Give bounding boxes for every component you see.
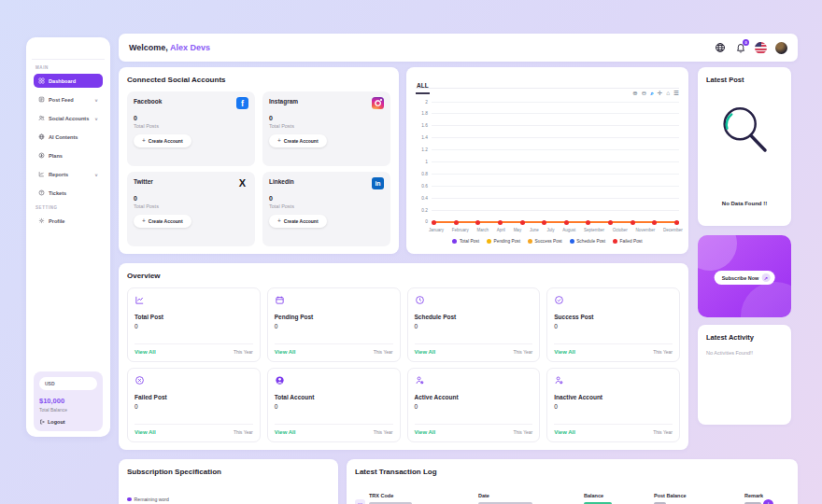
social-post-label: Total Posts	[134, 203, 248, 209]
sidebar-item-reports[interactable]: Reports ∨	[34, 167, 103, 181]
transaction-detail-button[interactable]: +	[763, 499, 773, 504]
legend-item[interactable]: Failed Post	[613, 239, 643, 244]
social-accounts-icon	[38, 115, 45, 121]
sidebar-item-profile[interactable]: Profile	[34, 214, 103, 228]
latest-activity-panel: Latest Activity No Activities Found!!	[698, 325, 791, 425]
stat-value: 0	[554, 403, 673, 410]
sidebar-item-dashboard[interactable]: Dashboard	[34, 74, 103, 88]
logout-label: Logout	[48, 419, 65, 425]
transaction-row-icon: ▤	[355, 499, 365, 504]
stat-card-total-account: Total Account 0 View AllThis Year	[267, 368, 401, 442]
view-all-link[interactable]: View All	[275, 349, 296, 355]
legend-label: Total Post	[460, 239, 479, 244]
social-card-instagram: Instagram 0 Total Posts + Create Account	[262, 91, 390, 166]
view-all-link[interactable]: View All	[554, 429, 575, 435]
tab-all[interactable]: ALL	[416, 82, 430, 94]
stat-value: 0	[415, 323, 533, 329]
reports-icon	[38, 171, 45, 177]
sidebar-item-label: AI Contents	[49, 134, 78, 140]
welcome-prefix: Welcome,	[129, 43, 168, 52]
user-circle-icon	[275, 375, 285, 385]
view-all-link[interactable]: View All	[554, 349, 575, 355]
create-account-button[interactable]: + Create Account	[269, 215, 327, 228]
menu-icon[interactable]: ☰	[673, 91, 679, 97]
zoom-in-icon[interactable]: ⊕	[632, 91, 637, 97]
subscription-specification-panel: Subscription Specification Remaining wor…	[119, 459, 338, 504]
legend-dot	[613, 239, 617, 244]
user-avatar[interactable]	[775, 42, 787, 54]
x-tick-label: February	[452, 228, 469, 232]
legend-label: Failed Post	[620, 239, 643, 244]
overview-panel: Overview Total Post 0 View AllThis Year …	[119, 263, 688, 450]
y-tick-label: 0.2	[416, 208, 428, 213]
gridline	[432, 102, 679, 103]
gridline	[432, 125, 679, 126]
view-all-link[interactable]: View All	[275, 429, 296, 435]
globe-icon[interactable]	[714, 42, 726, 54]
view-all-link[interactable]: View All	[135, 349, 156, 355]
chart-legend: Total PostPending PostSuccess PostSchedu…	[406, 239, 688, 244]
data-point-marker	[652, 220, 657, 225]
stat-title: Pending Post	[275, 314, 393, 320]
selection-zoom-icon[interactable]: ⌕	[650, 91, 654, 97]
social-post-label: Total Posts	[269, 123, 384, 129]
check-circle-icon	[554, 295, 564, 305]
header-bar: Welcome, Alex Devs 0	[119, 34, 798, 62]
legend-label: Pending Post	[494, 239, 521, 244]
no-activities-text: No Activities Found!!	[706, 350, 783, 356]
sidebar-item-plans[interactable]: Plans	[34, 148, 103, 162]
legend-item[interactable]: Success Post	[528, 239, 562, 244]
x-circle-icon	[135, 375, 145, 385]
logout-button[interactable]: Logout	[39, 419, 97, 425]
gridline	[432, 137, 679, 138]
legend-item[interactable]: Total Post	[452, 239, 479, 244]
x-tick-label: March	[477, 228, 489, 232]
pan-icon[interactable]: ✛	[658, 91, 662, 97]
currency-select[interactable]: USD	[39, 377, 97, 390]
view-all-link[interactable]: View All	[415, 429, 436, 435]
x-tick-label: January	[429, 228, 444, 232]
x-tick-label: December	[663, 228, 683, 232]
legend-item[interactable]: Schedule Post	[570, 239, 605, 244]
period-label: This Year	[234, 429, 253, 435]
sidebar-item-label: Tickets	[49, 190, 66, 196]
x-tick-label: October	[613, 228, 628, 232]
stat-title: Total Account	[275, 394, 393, 400]
column-header-date: Date	[478, 493, 489, 498]
plans-icon	[38, 152, 45, 159]
stat-card-total-post: Total Post 0 View AllThis Year	[127, 287, 261, 362]
create-account-button[interactable]: + Create Account	[134, 134, 191, 147]
sidebar-item-post-feed[interactable]: Post Feed ∨	[34, 92, 103, 106]
currency-value: USD	[45, 381, 55, 386]
legend-item[interactable]: Pending Post	[487, 239, 520, 244]
subscribe-now-button[interactable]: Subscribe Now ↗	[715, 271, 775, 285]
sidebar-item-social-accounts[interactable]: Social Accounts ∨	[34, 111, 103, 125]
stat-card-failed-post: Failed Post 0 View AllThis Year	[127, 368, 261, 442]
zoom-out-icon[interactable]: ⊖	[642, 91, 646, 97]
period-label: This Year	[513, 429, 532, 435]
chevron-down-icon: ∨	[94, 172, 98, 176]
notifications-bell-icon[interactable]: 0	[734, 42, 746, 54]
column-header-balance: Balance	[584, 493, 603, 498]
sidebar-item-label: Profile	[49, 218, 64, 224]
arrow-up-right-icon: ↗	[761, 273, 770, 282]
social-grid: Facebook f 0 Total Posts + Create Accoun…	[127, 91, 390, 246]
view-all-link[interactable]: View All	[415, 349, 436, 355]
create-account-button[interactable]: + Create Account	[269, 134, 327, 147]
data-point-marker	[608, 220, 613, 225]
period-label: This Year	[374, 429, 393, 435]
x-tick-label: June	[530, 228, 539, 232]
view-all-link[interactable]: View All	[135, 429, 156, 435]
data-point-marker	[520, 220, 525, 225]
chart-months: JanuaryFebruaryMarchAprilMayJuneJulyAugu…	[429, 228, 683, 232]
logout-icon	[39, 419, 45, 425]
legend-dot	[452, 239, 457, 244]
sidebar-item-ai-contents[interactable]: AI Contents	[34, 130, 103, 144]
create-account-button[interactable]: + Create Account	[134, 215, 191, 228]
home-reset-icon[interactable]: ⌂	[666, 91, 670, 97]
sidebar-item-tickets[interactable]: Tickets	[34, 186, 103, 200]
language-flag-icon[interactable]	[755, 42, 767, 54]
column-header-trx-code: TRX Code	[369, 493, 393, 498]
no-data-magnifier-icon	[716, 101, 773, 159]
x-tick-label: September	[584, 228, 604, 232]
